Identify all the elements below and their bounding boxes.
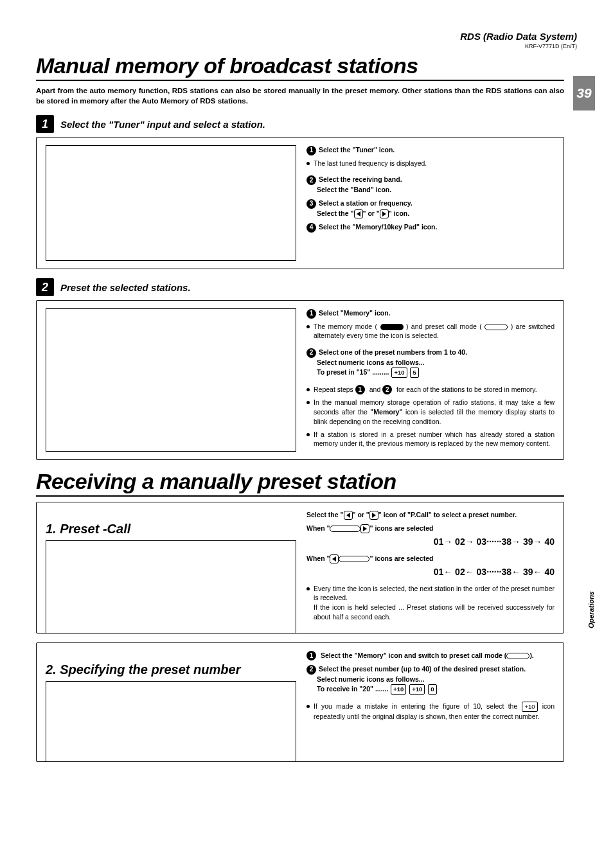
specify-r2a: Select the preset number (up to 40) of t…: [319, 665, 526, 673]
step1-r1-note: The last tuned frequency is displayed.: [314, 159, 427, 168]
step-1-number: 1: [36, 115, 54, 133]
key-0: 0: [428, 684, 436, 695]
step1-r3b: Select the "" or "" icon.: [306, 209, 555, 218]
key-plus10: +10: [391, 684, 406, 695]
circled-4-icon: 4: [306, 223, 316, 233]
sequence-forward: 01→ 02→ 03······38→ 39→ 40: [306, 536, 555, 549]
circled-2-icon: 2: [382, 385, 392, 394]
specify-r2b: Select numeric icons as follows...: [306, 675, 555, 684]
step1-r2a: Select the receiving band.: [319, 175, 402, 183]
step1-r2b: Select the "Band" icon.: [306, 185, 555, 195]
key-5: 5: [410, 368, 418, 378]
right-arrow-icon: [380, 209, 389, 218]
step-1-diagram: [46, 145, 296, 261]
specify-r2c: To receive in "20" ....... +10 +10 0: [306, 684, 555, 695]
circled-3-icon: 3: [306, 199, 316, 209]
page-number-tab: 39: [573, 76, 595, 111]
key-plus10: +10: [391, 368, 407, 378]
preset-call-box: 1. Preset -Call Select the "" or "" icon…: [36, 502, 564, 633]
specify-left: 2. Specifying the preset number: [46, 651, 296, 754]
preset-call-mode-icon: [484, 324, 508, 330]
step2-repeat: Repeat steps 1 and 2 for each of the sta…: [314, 385, 537, 395]
step1-r3a: Select a station or frequency.: [319, 199, 413, 207]
left-arrow-icon: [354, 209, 363, 218]
pcall-top: Select the "" or "" icon of "P.Call" to …: [306, 510, 555, 520]
step2-r2b: Select numeric icons as follows...: [306, 358, 555, 368]
step-2-instructions: 1Select "Memory" icon. The memory mode (…: [306, 308, 555, 452]
step-1-title: Select the "Tuner" input and select a st…: [60, 119, 265, 130]
step2-r2c: To preset in "15" ......... +10 5: [306, 368, 555, 378]
left-arrow-icon: [330, 554, 339, 563]
preset-call-right: Select the "" or "" icon of "P.Call" to …: [306, 510, 555, 625]
preset-call-mode-icon: [506, 653, 529, 659]
when-right: When "" icons are selected: [306, 524, 555, 533]
step2-r2a: Select one of the preset numbers from 1 …: [319, 348, 467, 356]
step-1-header: 1 Select the "Tuner" input and select a …: [36, 115, 564, 133]
page-header: RDS (Radio Data System) KRF-V7771D (En/T…: [36, 31, 577, 49]
memory-mode-icon: [380, 324, 404, 330]
title-rule-2: [36, 495, 564, 497]
circled-1-icon: 1: [306, 309, 316, 319]
side-tab-operations: Operations: [587, 591, 595, 628]
step-2-box: If RDS stations are stored manually in t…: [36, 300, 564, 460]
step-2-title: Preset the selected stations.: [60, 282, 191, 293]
circled-2-icon: 2: [306, 665, 316, 675]
step-2-diagram: If RDS stations are stored manually in t…: [46, 308, 296, 452]
step-1-box: 1Select the "Tuner" icon. The last tuned…: [36, 137, 564, 269]
circled-1-icon: 1: [306, 146, 316, 155]
page-title-2: Receiving a manually preset station: [36, 469, 564, 494]
pcall-note: Every time the icon is selected, the nex…: [314, 584, 555, 622]
circled-2-icon: 2: [306, 175, 316, 185]
model-code: KRF-V7771D (En/T): [36, 43, 577, 49]
right-arrow-icon: [369, 511, 378, 520]
specify-box: 2. Specifying the preset number 1 Select…: [36, 642, 564, 762]
sequence-reverse: 01← 02← 03······38← 39← 40: [306, 566, 555, 579]
preset-call-left: 1. Preset -Call: [46, 510, 296, 625]
specify-r1: Select the "Memory" icon and switch to p…: [321, 651, 534, 659]
specify-heading: 2. Specifying the preset number: [46, 662, 296, 677]
circled-1-icon: 1: [306, 651, 316, 660]
step2-note2: In the manual memory storage operation o…: [314, 398, 555, 426]
specify-note: If you made a mistake in entering the fi…: [314, 702, 555, 722]
when-left: When "" icons are selected: [306, 554, 555, 563]
step2-r1: Select "Memory" icon.: [319, 309, 391, 317]
step2-note3: If a station is stored in a preset numbe…: [314, 430, 555, 448]
preset-call-heading: 1. Preset -Call: [46, 522, 296, 536]
step1-r1: Select the "Tuner" icon.: [319, 146, 395, 154]
title-rule: [36, 80, 564, 81]
section-name: RDS (Radio Data System): [36, 31, 577, 42]
step-2-header: 2 Preset the selected stations.: [36, 278, 564, 296]
step1-r4: Select the "Memory/10key Pad" icon.: [319, 223, 437, 231]
specify-right: 1 Select the "Memory" icon and switch to…: [306, 651, 555, 754]
circled-2-icon: 2: [306, 348, 316, 358]
step2-r1-note: The memory mode ( ) and preset call mode…: [314, 322, 555, 341]
intro-paragraph: Apart from the auto memory function, RDS…: [36, 86, 564, 106]
step-2-number: 2: [36, 278, 54, 296]
step-1-instructions: 1Select the "Tuner" icon. The last tuned…: [306, 145, 555, 261]
circled-1-icon: 1: [355, 385, 365, 394]
right-arrow-icon: [360, 524, 369, 533]
page-title-1: Manual memory of broadcast stations: [36, 53, 564, 78]
key-plus10: +10: [409, 684, 425, 695]
key-plus10: +10: [522, 702, 537, 712]
left-arrow-icon: [344, 511, 353, 520]
